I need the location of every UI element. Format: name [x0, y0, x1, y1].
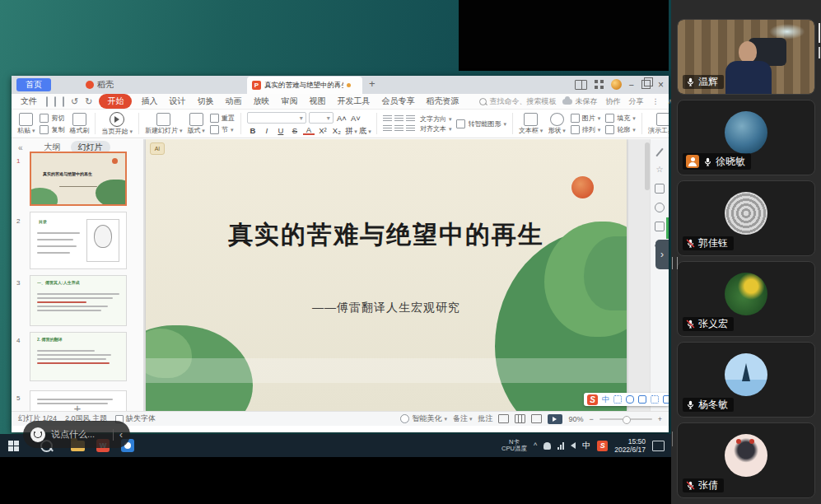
sorter-view-icon[interactable] — [515, 414, 525, 423]
taskbar-clock[interactable]: 15:50 2022/6/17 — [614, 437, 646, 454]
menu-slideshow[interactable]: 放映 — [250, 96, 272, 107]
text-direction-button[interactable]: 文字方向 — [420, 115, 452, 123]
participant-tile-zhangqian[interactable]: 张倩 — [677, 422, 815, 498]
font-color-button[interactable]: A — [303, 126, 315, 135]
panel-scrollbar-2[interactable] — [819, 47, 820, 58]
ime-toolbox-icon[interactable] — [663, 395, 669, 404]
menu-docer-resources[interactable]: 稻壳资源 — [423, 96, 461, 107]
ime-indicator[interactable]: 中 — [582, 440, 590, 451]
decrease-font-icon[interactable]: A˅ — [350, 114, 362, 122]
zoom-in-button[interactable]: + — [658, 415, 662, 423]
zoom-out-button[interactable]: − — [589, 415, 593, 423]
menu-animation[interactable]: 动画 — [222, 96, 244, 107]
increase-font-icon[interactable]: A˄ — [336, 114, 348, 122]
account-avatar[interactable] — [611, 79, 622, 90]
slide-subtitle[interactable]: ——傅雷翻译人生宏观研究 — [146, 301, 627, 315]
paste-button[interactable]: 粘贴 — [15, 113, 37, 135]
notes-button[interactable]: 备注 — [453, 413, 472, 424]
menu-file[interactable]: 文件 — [18, 96, 40, 107]
underline-button[interactable]: U — [275, 127, 287, 134]
numbered-list-icon[interactable] — [406, 125, 415, 133]
zoom-slider-knob[interactable] — [623, 416, 631, 424]
comments-button[interactable]: 批注 — [478, 413, 492, 424]
arrange-button[interactable]: 排列 — [571, 125, 601, 134]
participant-tile-guojiayu[interactable]: 郭佳钰 — [677, 180, 815, 256]
undo-icon[interactable]: ↺ — [71, 96, 78, 107]
bold-button[interactable]: B — [247, 127, 259, 134]
align-text-button[interactable]: 对齐文本 — [420, 125, 452, 133]
slide-thumbnail-4[interactable]: 2. 傅雷的翻译 — [30, 332, 127, 381]
align-center-icon[interactable] — [394, 115, 404, 123]
more-menu-icon[interactable]: ⋮ — [651, 97, 659, 105]
tab-home[interactable]: 首页 — [16, 78, 51, 91]
normal-view-icon[interactable] — [498, 414, 509, 423]
ime-keyboard-icon[interactable] — [638, 395, 646, 404]
bullet-list-icon[interactable] — [394, 125, 404, 133]
minimize-button[interactable]: − — [629, 81, 634, 89]
network-signal-icon[interactable] — [557, 442, 564, 450]
outline-button[interactable]: 轮廓 — [605, 125, 636, 134]
play-from-current-button[interactable]: 当页开始 — [99, 112, 134, 136]
command-search[interactable]: 查找命令、搜索模板 — [479, 96, 556, 107]
start-button[interactable] — [8, 441, 19, 451]
textbox-button[interactable]: 文本框 — [516, 113, 545, 135]
ime-mode-label[interactable]: 中 — [602, 393, 609, 406]
restore-button[interactable] — [641, 80, 651, 89]
menu-start[interactable]: 开始 — [99, 94, 132, 109]
tab-document[interactable]: P 真实的苦难与绝望中的再生.pptx — [247, 77, 362, 94]
slide-thumbnail-3[interactable]: 一、傅雷其人:人生养成 — [30, 275, 127, 326]
present-tools-button[interactable]: 演示工具 — [646, 113, 669, 135]
shape-button[interactable]: 形状 — [545, 113, 567, 135]
slide-layout-button[interactable]: 版式 — [184, 113, 207, 135]
clock-icon[interactable] — [655, 203, 665, 212]
edit-pen-icon[interactable] — [655, 148, 664, 156]
chat-input-placeholder[interactable]: 说点什么... — [51, 428, 107, 441]
collaborate-button[interactable]: 协作 — [605, 96, 620, 107]
hidden-icons-caret[interactable]: ^ — [534, 441, 537, 450]
ime-punct-icon[interactable] — [613, 395, 622, 404]
split-view-icon[interactable] — [575, 80, 587, 90]
sidebar-expand-button[interactable]: › — [655, 240, 669, 269]
workspace-grid-icon[interactable] — [595, 80, 604, 89]
participant-tile-xuxiaomin[interactable]: 徐晓敏 — [677, 100, 815, 175]
file-panel-icon[interactable] — [655, 222, 665, 231]
sogou-input-bar[interactable]: S 中 — [584, 393, 669, 406]
subscript-button[interactable]: X₂ — [331, 127, 343, 134]
emoji-icon[interactable] — [30, 427, 45, 442]
menu-view[interactable]: 视图 — [306, 96, 328, 107]
slide-1[interactable]: AI 真实的苦难与绝望中的再生 ——傅雷翻译人生宏观研究 — [146, 139, 627, 411]
menu-review[interactable]: 审阅 — [278, 96, 300, 107]
panel-scrollbar[interactable] — [819, 23, 820, 43]
save-icon[interactable] — [54, 96, 56, 107]
menu-transition[interactable]: 切换 — [194, 96, 216, 107]
justify-icon[interactable] — [383, 125, 392, 133]
picture-button[interactable]: 图片 — [571, 114, 601, 123]
copy-button[interactable]: 复制 — [40, 125, 64, 134]
zoom-slider[interactable] — [599, 418, 652, 420]
ime-mic-icon[interactable] — [626, 395, 634, 404]
participant-tile-zhangyihong[interactable]: 张义宏 — [677, 261, 815, 337]
cut-button[interactable]: 剪切 — [40, 114, 64, 123]
section-button[interactable]: 节 — [210, 125, 235, 134]
ime-skin-icon[interactable] — [651, 395, 659, 404]
slide-canvas[interactable]: AI 真实的苦难与绝望中的再生 ——傅雷翻译人生宏观研究 — [144, 139, 669, 411]
phonetic-button[interactable]: 拼 — [345, 127, 357, 135]
format-painter-button[interactable]: 格式刷 — [67, 113, 91, 135]
strikethrough-button[interactable]: S — [289, 127, 301, 134]
sidebar-collapse-icon[interactable]: « — [18, 143, 23, 152]
tab-docer[interactable]: 稻壳 — [86, 78, 114, 91]
zoom-level[interactable]: 90% — [568, 415, 583, 423]
shading-button[interactable]: 底 — [359, 127, 371, 135]
chat-collapse-icon[interactable]: ‹ — [119, 429, 123, 441]
share-button[interactable]: 分享 — [628, 96, 643, 107]
star-icon[interactable]: ☆ — [655, 166, 664, 175]
new-tab-button[interactable]: + — [369, 77, 376, 90]
sogou-tray-icon[interactable]: S — [597, 441, 608, 451]
slide-title[interactable]: 真实的苦难与绝望中的再生 — [146, 218, 627, 252]
align-left-icon[interactable] — [383, 115, 392, 123]
font-size-select[interactable]: ▾ — [309, 112, 334, 124]
frame-icon[interactable] — [655, 184, 665, 194]
slideshow-play-button[interactable] — [548, 414, 562, 424]
superscript-button[interactable]: X² — [317, 127, 329, 134]
fill-button[interactable]: 填充 — [605, 114, 636, 123]
